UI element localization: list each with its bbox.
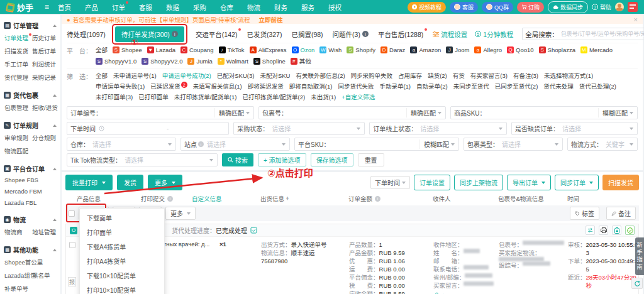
sidebar-item[interactable]: 采购记录	[32, 73, 60, 82]
sync-orders-button[interactable]: 同步订单	[555, 175, 599, 190]
filter-item[interactable]: 未填写报关信息(1)	[193, 82, 242, 90]
section-platform-warehouse[interactable]: ▣ 平台仓订单	[0, 161, 60, 176]
filter-item[interactable]: 未打印拣货单/配货单(1)	[174, 92, 237, 101]
add-filter-button[interactable]: + 添加筛选项	[258, 153, 306, 166]
section-logistics[interactable]: ◉ 物流	[0, 212, 60, 227]
platform-item[interactable]: S Shopline	[253, 57, 286, 65]
filter-item[interactable]: 已同步至货代(2)	[495, 82, 538, 90]
status-tab[interactable]: 已发货(327)	[247, 30, 282, 39]
buy-button[interactable]: 订购	[517, 2, 544, 13]
nav-item[interactable]: 产品	[85, 3, 98, 12]
order-no-input[interactable]	[105, 110, 214, 116]
menu-item[interactable]: 下载A4拣货单	[80, 239, 164, 254]
filter-item[interactable]: 同步货代失败	[338, 82, 374, 90]
refresh-button[interactable]	[631, 278, 643, 289]
platform-item[interactable]: O Ozon	[292, 45, 315, 54]
select-all-checkbox[interactable]	[69, 210, 75, 217]
sidebar-item[interactable]: 订单处理	[4, 33, 32, 42]
sidebar-item[interactable]: 售后订单	[32, 46, 60, 55]
filter-item[interactable]: 未打印面单(3)	[96, 92, 133, 101]
kefu-button[interactable]: 客服	[450, 2, 478, 13]
filter-item[interactable]: 全部	[96, 71, 108, 80]
sidebar-item[interactable]: 物流商	[4, 227, 32, 236]
nav-item[interactable]: 财务	[274, 3, 287, 12]
site-field[interactable]: 站点 i 请选择	[180, 138, 290, 151]
platform-item[interactable]: J Jumia	[187, 57, 212, 65]
filter-item[interactable]: 已打印拣货单/配货单(2)	[242, 92, 305, 101]
nav-item[interactable]: 授权	[328, 3, 341, 12]
platform-item[interactable]: S Shoplazza	[539, 45, 575, 54]
status-tab[interactable]: 待打单发货(300) i	[115, 26, 184, 42]
platform-item[interactable]: D Daraz	[380, 45, 405, 54]
filter-item[interactable]: 货代未处理	[543, 82, 574, 90]
sidebar-item[interactable]: 拒收/退货	[32, 103, 60, 112]
package-type-field[interactable]: 包裹类型： 请选择	[464, 138, 563, 151]
menu-item[interactable]: 下载10×10配货单	[80, 268, 164, 283]
platform-item[interactable]: # 其他	[291, 57, 311, 65]
menu-item[interactable]: 打印面单	[80, 225, 164, 239]
nav-item[interactable]: 客服	[139, 3, 152, 12]
filter-item[interactable]: 已延迟发货2	[150, 82, 187, 90]
filter-item[interactable]: 缺货(2)	[428, 71, 447, 80]
sidebar-item[interactable]: Shopee首公里	[4, 258, 58, 266]
platform-item[interactable]: Q Qoo10	[507, 45, 534, 54]
platform-item[interactable]: S Shopify	[347, 45, 375, 54]
export-orders-button[interactable]: 导出订单	[507, 175, 551, 190]
sidebar-item[interactable]: Lazada组包	[4, 271, 32, 280]
nav-item[interactable]: 仓库	[220, 3, 233, 12]
package-no-input[interactable]	[291, 110, 406, 116]
sync-shelf-logistics-button[interactable]: 同步上架物流	[454, 175, 503, 190]
package-no-match-select[interactable]: 精确匹配	[406, 108, 445, 117]
platform-item[interactable]: A AliExpress	[250, 45, 287, 54]
sidebar-item[interactable]: 黑名单	[32, 271, 60, 280]
notice-link[interactable]: 立即前往	[259, 15, 283, 24]
note-button[interactable]: 备注	[606, 207, 636, 220]
sort-select[interactable]: 下单时间	[370, 176, 410, 189]
menu-item[interactable]: 下载面单	[80, 210, 164, 225]
qq-group-button[interactable]: QQ群	[482, 2, 513, 13]
renew-badge[interactable]	[628, 2, 638, 12]
platform-item[interactable]: * Walmart	[218, 57, 248, 65]
status-tab[interactable]: 问题件(3) i	[333, 30, 369, 39]
sidebar-item[interactable]: Shopee FBS	[4, 177, 58, 183]
video-tutorial-button[interactable]: 视频教程	[408, 2, 446, 13]
sidebar-item[interactable]: 分仓规则	[32, 133, 60, 142]
sidebar-item[interactable]: 货代管理	[4, 73, 32, 82]
status-tab[interactable]: 交运平台(142)	[196, 30, 238, 39]
user-avatar[interactable]	[615, 3, 624, 11]
menu-item[interactable]: 打印10×10配货单	[80, 283, 164, 294]
scan-ship-button[interactable]: 扫描发货	[602, 175, 639, 190]
nav-item[interactable]: 数据	[166, 3, 179, 12]
filter-item[interactable]: 申请运单号失败(1)	[96, 82, 145, 90]
platform-item[interactable]: S ShopyyV1.0	[96, 57, 136, 65]
sidebar-item[interactable]: 审单规则	[4, 133, 32, 142]
filter-item[interactable]: 已打印面单	[138, 92, 169, 101]
more-button[interactable]: 更多	[148, 175, 182, 190]
hamburger-icon[interactable]: ≡	[45, 3, 49, 11]
sidebar-item[interactable]: 利润统计	[32, 60, 60, 68]
section-forwarder-package[interactable]: ▦ 货代包裹	[0, 88, 60, 102]
platform-item[interactable]: S ShopyyV2.0	[142, 57, 182, 65]
nav-item[interactable]: 物流	[247, 3, 260, 12]
filter-item[interactable]: 未出货(1)	[311, 92, 336, 101]
sidebar-item[interactable]: 历史订单	[32, 33, 60, 42]
sidebar-item[interactable]: 扫描发货	[4, 46, 32, 55]
ship-button[interactable]: 发货	[117, 175, 143, 190]
form-search-button[interactable]: 搜索	[222, 153, 253, 166]
sidebar-item[interactable]: 地址管理	[32, 227, 60, 236]
sort-icon[interactable]: ▲▼	[286, 197, 289, 200]
tutorial-link[interactable]: 5 1分钟教程	[475, 30, 513, 39]
platform-item[interactable]: C Coupang	[180, 45, 214, 54]
order-settings-button[interactable]: 订单设置	[414, 175, 450, 190]
section-order-rules[interactable]: ✎ 订单规则	[0, 118, 60, 133]
save-filter-button[interactable]: 保存筛选项	[311, 153, 353, 166]
filter-item[interactable]: 有关联外部信息(2)	[296, 71, 345, 80]
sidebar-item[interactable]: Lazada FBL	[4, 199, 58, 206]
section-other[interactable]: ▩ 其他功能	[0, 242, 60, 257]
platform-item[interactable]: ♪ TikTok	[219, 45, 245, 54]
filter-item[interactable]: 已配对SKU(3)	[217, 71, 255, 80]
filter-item[interactable]: 手动录单(1)	[379, 82, 411, 90]
online-status-field[interactable]: 订单线上状态： 请选择	[369, 122, 507, 135]
filter-item[interactable]: 即将自动取消(1)	[289, 82, 333, 90]
filter-item[interactable]: +自定义筛选	[341, 92, 375, 101]
